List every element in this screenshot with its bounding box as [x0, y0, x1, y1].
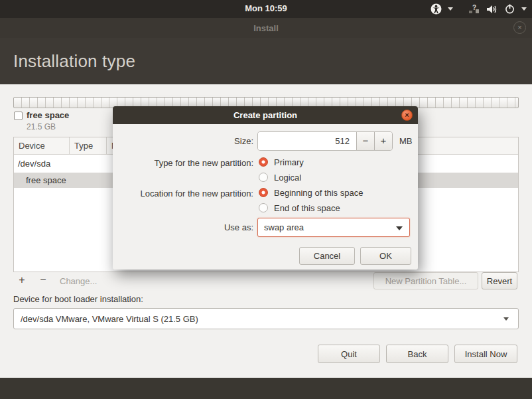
- install-now-button[interactable]: Install Now: [454, 345, 517, 363]
- column-header-type[interactable]: Type: [70, 137, 107, 154]
- svg-text:?: ?: [472, 4, 476, 11]
- radio-primary-label[interactable]: Primary: [274, 157, 304, 167]
- size-decrease-button[interactable]: −: [356, 132, 374, 150]
- boot-loader-label: Device for boot loader installation:: [13, 294, 143, 304]
- use-as-value: swap area: [264, 222, 304, 232]
- page-header: Installation type: [0, 38, 532, 84]
- free-space-label: free space: [27, 110, 69, 120]
- accessibility-caret-icon[interactable]: [448, 7, 453, 11]
- free-space-size: 21.5 GB: [27, 122, 56, 131]
- window-titlebar: Install ×: [0, 18, 532, 38]
- boot-loader-select[interactable]: /dev/sda VMware, VMware Virtual S (21.5 …: [13, 308, 519, 329]
- dialog-close-icon[interactable]: ×: [401, 110, 413, 121]
- use-as-select[interactable]: swap area: [257, 218, 410, 237]
- power-icon[interactable]: [504, 3, 515, 15]
- radio-logical-label[interactable]: Logical: [274, 173, 301, 183]
- chevron-down-icon: [396, 226, 403, 230]
- size-spinner: − +: [257, 131, 393, 151]
- window-title: Install: [0, 23, 532, 33]
- location-label: Location for the new partition:: [113, 189, 253, 199]
- accessibility-icon[interactable]: [431, 3, 442, 15]
- boot-loader-value: /dev/sda VMware, VMware Virtual S (21.5 …: [21, 314, 198, 324]
- column-header-device[interactable]: Device: [14, 137, 70, 154]
- radio-beginning[interactable]: [259, 188, 268, 197]
- radio-end-label[interactable]: End of this space: [274, 203, 340, 213]
- system-menu-caret-icon[interactable]: [521, 7, 527, 11]
- radio-primary[interactable]: [259, 157, 268, 167]
- radio-end[interactable]: [259, 203, 268, 212]
- page-title: Installation type: [13, 51, 135, 72]
- ok-button[interactable]: OK: [360, 247, 411, 265]
- radio-beginning-label[interactable]: Beginning of this space: [274, 188, 363, 198]
- volume-icon[interactable]: [486, 4, 498, 15]
- network-icon[interactable]: ?: [468, 4, 480, 15]
- type-label: Type for the new partition:: [113, 158, 253, 168]
- size-unit: MB: [399, 136, 413, 146]
- cancel-button[interactable]: Cancel: [299, 247, 355, 265]
- dialog-title: Create partition: [113, 110, 418, 120]
- change-button[interactable]: Change...: [60, 276, 97, 286]
- system-panel: Mon 10:59 ?: [0, 0, 532, 18]
- use-as-label: Use as:: [113, 222, 253, 232]
- chevron-down-icon: [503, 317, 509, 321]
- revert-button[interactable]: Revert: [482, 272, 517, 289]
- new-partition-table-button[interactable]: New Partition Table...: [373, 272, 478, 289]
- add-partition-button[interactable]: +: [16, 274, 28, 286]
- size-label: Size:: [113, 136, 253, 146]
- quit-button[interactable]: Quit: [318, 345, 380, 363]
- create-partition-dialog: Create partition × Size: − + MB Type for…: [113, 106, 418, 270]
- dialog-titlebar: Create partition ×: [113, 106, 418, 124]
- radio-logical[interactable]: [259, 173, 268, 182]
- window-close-icon[interactable]: ×: [513, 21, 526, 34]
- back-button[interactable]: Back: [386, 345, 448, 363]
- size-input[interactable]: [258, 132, 356, 150]
- remove-partition-button[interactable]: −: [37, 274, 49, 286]
- desktop-background: [0, 378, 532, 399]
- free-space-checkbox[interactable]: [14, 112, 23, 120]
- system-tray: ?: [431, 0, 527, 18]
- size-increase-button[interactable]: +: [374, 132, 392, 150]
